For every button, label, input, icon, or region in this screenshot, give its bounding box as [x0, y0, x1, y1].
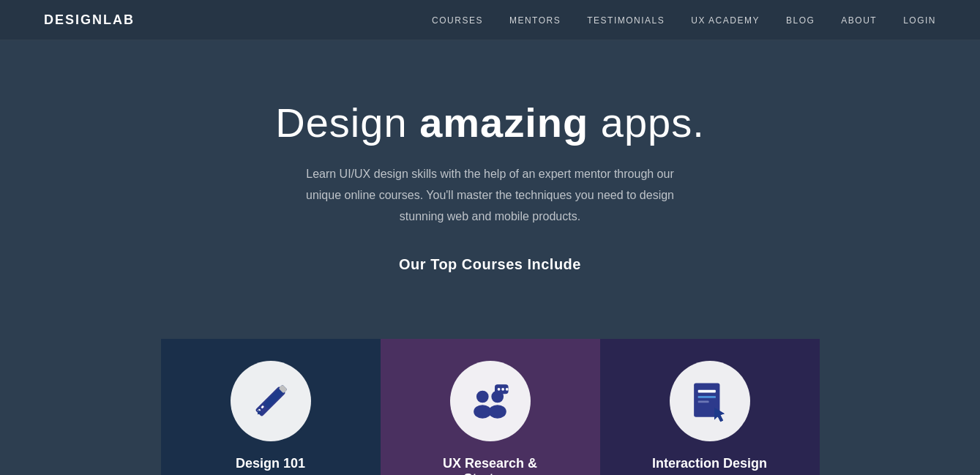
course-card-ux-research[interactable]: UX Research &Strategy [381, 339, 600, 475]
course-card-design101[interactable]: Design 101 [161, 339, 381, 475]
nav-link-mentors[interactable]: MENTORS [509, 15, 561, 26]
nav-item-blog[interactable]: BLOG [786, 13, 815, 26]
hero-subtitle: Learn UI/UX design skills with the help … [293, 164, 688, 227]
svg-point-13 [498, 388, 501, 391]
nav-links: COURSES MENTORS TESTIMONIALS UX ACADEMY … [432, 13, 936, 26]
nav-link-blog[interactable]: BLOG [786, 15, 815, 26]
course-card-interaction[interactable]: Interaction Design [600, 339, 820, 475]
nav-link-about[interactable]: ABOUT [841, 15, 877, 26]
logo[interactable]: DESIGNLAB [44, 12, 135, 28]
document-cursor-icon [686, 378, 733, 425]
hero-title: Design amazing apps. [275, 99, 705, 146]
svg-rect-19 [698, 400, 709, 403]
hero-title-bold: amazing [419, 100, 588, 146]
nav-item-courses[interactable]: COURSES [432, 13, 483, 26]
course-icon-interaction [670, 361, 750, 441]
nav-item-testimonials[interactable]: TESTIMONIALS [587, 13, 665, 26]
course-title-ux-research: UX Research &Strategy [428, 456, 552, 475]
courses-section: Design 101 [0, 339, 980, 475]
section-heading: Our Top Courses Include [399, 256, 581, 273]
nav-link-login[interactable]: LOGIN [903, 15, 936, 26]
users-chat-icon [466, 378, 514, 425]
logo-bold: LAB [103, 12, 135, 27]
course-title-interaction: Interaction Design [637, 456, 782, 471]
navbar: DESIGNLAB COURSES MENTORS TESTIMONIALS U… [0, 0, 980, 40]
course-title-design101: Design 101 [221, 456, 320, 471]
nav-item-about[interactable]: ABOUT [841, 13, 877, 26]
course-icon-ux-research [450, 361, 531, 441]
svg-rect-20 [698, 396, 716, 398]
svg-point-15 [506, 388, 509, 391]
nav-item-mentors[interactable]: MENTORS [509, 13, 561, 26]
nav-link-testimonials[interactable]: TESTIMONIALS [587, 15, 665, 26]
logo-light: DESIGN [44, 12, 103, 27]
nav-item-login[interactable]: LOGIN [903, 13, 936, 26]
hero-title-end: apps. [588, 100, 705, 146]
svg-rect-17 [698, 390, 716, 393]
hero-title-start: Design [275, 100, 419, 146]
svg-point-7 [476, 391, 489, 403]
nav-item-ux-academy[interactable]: UX ACADEMY [691, 13, 760, 26]
hero-section: Design amazing apps. Learn UI/UX design … [0, 40, 980, 339]
svg-point-10 [489, 405, 506, 419]
svg-point-14 [501, 388, 504, 391]
courses-grid: Design 101 [44, 339, 936, 475]
nav-link-ux-academy[interactable]: UX ACADEMY [691, 15, 760, 26]
course-icon-design101 [231, 361, 311, 441]
nav-link-courses[interactable]: COURSES [432, 15, 483, 26]
pencil-ruler-icon [247, 378, 294, 425]
